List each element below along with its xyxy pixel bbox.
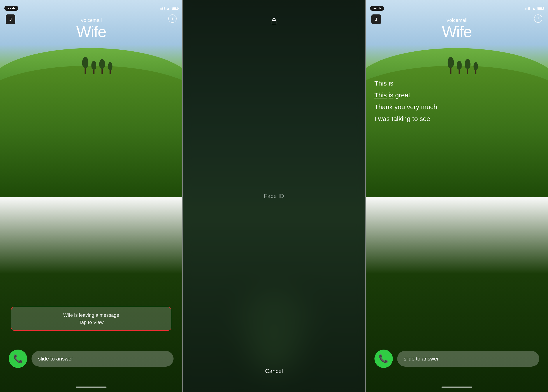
- tree-4: [108, 62, 112, 74]
- contact-area-right: Voicemail Wife: [366, 17, 548, 41]
- face-id-label: Face ID: [264, 193, 284, 199]
- lock-icon: [271, 17, 277, 26]
- slide-to-answer-left[interactable]: slide to answer: [31, 351, 174, 367]
- battery-icon: [172, 7, 178, 10]
- background-hill2: [0, 66, 182, 197]
- slide-text-right: slide to answer: [404, 356, 439, 362]
- answer-button-right[interactable]: 📞: [374, 350, 393, 368]
- tree-1: [82, 57, 88, 74]
- phone-icon: 📞: [13, 354, 23, 363]
- voicemail-icon-right: [374, 8, 377, 9]
- transcription-line-3: Thank you very much: [374, 102, 539, 112]
- tree-2: [91, 61, 96, 74]
- background-trees: [82, 57, 112, 74]
- notification-line1: Wife is leaving a message: [17, 311, 166, 319]
- cancel-button[interactable]: Cancel: [265, 368, 283, 375]
- voicemail-label-left: Voicemail: [0, 17, 182, 23]
- home-indicator-left: [76, 386, 107, 388]
- phone-icon-right: 📞: [379, 354, 388, 363]
- contact-area-left: Voicemail Wife: [0, 17, 182, 41]
- tree-r4: [474, 62, 478, 74]
- transcription-line-1: This is: [374, 79, 539, 88]
- battery-icon-right: [538, 7, 544, 10]
- middle-panel: Face ID Cancel: [183, 0, 365, 392]
- slide-to-answer-right[interactable]: slide to answer: [397, 351, 539, 367]
- tree-3: [99, 59, 105, 74]
- bottom-controls-right: 📞 slide to answer: [366, 350, 548, 368]
- slide-text-left: slide to answer: [38, 356, 73, 362]
- voicemail-pill: [4, 6, 18, 11]
- right-panel: ▲ J i Voicemail Wife This is This is gre…: [366, 0, 548, 392]
- answer-button-left[interactable]: 📞: [9, 350, 27, 368]
- notification-line2: Tap to View: [17, 319, 166, 326]
- voicemail-icon: [8, 8, 11, 9]
- status-bar-left: ▲: [0, 3, 182, 13]
- tree-r1: [448, 57, 454, 74]
- contact-name-left: Wife: [0, 23, 182, 41]
- status-right-right: ▲: [525, 6, 544, 11]
- voicemail-pill-right: [370, 6, 384, 11]
- contact-name-right: Wife: [366, 23, 548, 41]
- bottom-controls-left: 📞 slide to answer: [0, 350, 182, 368]
- signal-icon: [160, 7, 164, 10]
- voicemail-label-right: Voicemail: [366, 17, 548, 23]
- wifi-icon-right: ▲: [532, 6, 536, 11]
- transcription-line-4: I was talking to see: [374, 114, 539, 123]
- status-bar-right: ▲: [366, 3, 548, 13]
- voicemail-wave-right: [378, 7, 381, 9]
- svg-rect-0: [272, 21, 276, 24]
- signal-icon-right: [525, 7, 530, 10]
- transcription-area: This is This is great Thank you very muc…: [374, 79, 539, 126]
- transcription-line-2: This is great: [374, 91, 539, 100]
- background-trees-right: [448, 57, 478, 74]
- home-indicator-right: [441, 386, 472, 388]
- status-right: ▲: [160, 6, 178, 11]
- voicemail-wave: [12, 7, 15, 9]
- tree-r3: [465, 59, 470, 74]
- wifi-icon: ▲: [166, 6, 170, 11]
- left-panel: ▲ J i Voicemail Wife Wife is leaving a m…: [0, 0, 182, 392]
- notification-box[interactable]: Wife is leaving a message Tap to View: [11, 307, 171, 331]
- tree-r2: [457, 61, 462, 74]
